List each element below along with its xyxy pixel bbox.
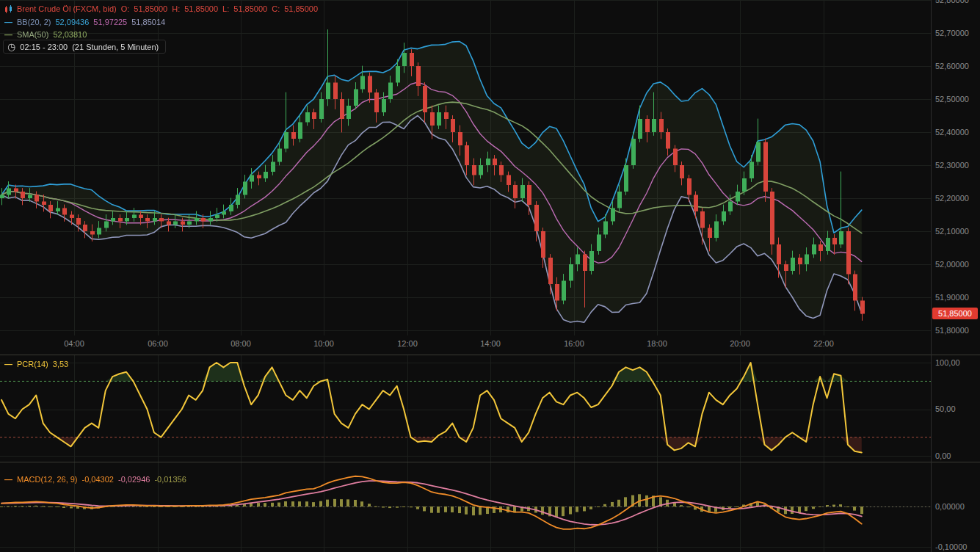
price-axis-label: 52,00000 [935,260,969,269]
pcr-legend[interactable]: — PCR(14) 3,53 [4,360,68,368]
price-axis-label: 52,70000 [935,29,969,37]
instrument-legend: Brent Crude Öl (FXCM, bid) O: 51,85000 H… [4,4,318,13]
time-axis-label: 20:00 [730,339,750,348]
time-axis-label: 10:00 [313,339,334,348]
pcr-axis-label: 0,00 [935,451,951,460]
pcr-axis-label: 100,00 [935,358,960,367]
bb-lower-value: 51,85014 [131,18,165,26]
time-axis-label: 16:00 [564,339,584,348]
price-axis-label: 51,90000 [935,293,969,302]
pcr-value: 3,53 [53,360,68,368]
open-value: 51,85000 [134,4,167,13]
candlestick-icon [4,5,12,13]
price-axis-label: 52,60000 [935,62,969,70]
low-value: 51,85000 [233,4,267,13]
macd-axis-label: -0,10000 [935,542,967,551]
indicator-line-icon: — [4,18,12,26]
time-axis-label: 12:00 [397,339,418,348]
time-axis-label: 06:00 [148,339,168,348]
high-label: H: [172,4,180,13]
price-axis-label: 52,20000 [935,194,969,203]
pane-separator[interactable] [0,462,980,462]
chart-window: Brent Crude Öl (FXCM, bid) O: 51,85000 H… [0,0,980,552]
axis-separator [931,0,932,552]
current-price-badge: 51,85000 [932,308,978,319]
price-axis-label: 51,80000 [935,326,969,335]
close-label: C: [272,4,280,13]
sma-value: 52,03810 [53,30,87,39]
macd-axis-label: 0,00000 [935,502,965,511]
high-value: 51,85000 [184,4,218,13]
bb-label: BB(20, 2) [17,18,51,26]
time-axis-label: 22:00 [813,339,834,348]
bb-middle-value: 51,97225 [93,18,127,26]
pcr-label: PCR(14) [17,360,48,368]
indicator-line-icon: — [4,30,12,39]
price-axis-label: 52,80000 [935,0,969,4]
bollinger-legend[interactable]: — BB(20, 2) 52,09436 51,97225 51,85014 [4,18,165,26]
macd-label: MACD(12, 26, 9) [17,475,78,484]
session-range: 02:15 - 23:00 [20,43,68,51]
indicator-line-icon: — [4,360,12,368]
pane-separator[interactable] [0,355,980,355]
time-axis-label: 14:00 [480,339,501,348]
macd-signal-value: -0,02946 [118,475,150,484]
session-badge: ◷ 02:15 - 23:00 (21 Stunden, 5 Minuten) [3,40,166,54]
price-axis-label: 52,10000 [935,227,969,236]
macd-histogram-value: -0,01356 [154,475,186,484]
macd-value: -0,04302 [82,475,114,484]
open-label: O: [121,4,130,13]
macd-legend[interactable]: — MACD(12, 26, 9) -0,04302 -0,02946 -0,0… [4,475,186,484]
price-axis-label: 52,30000 [935,161,969,170]
pcr-axis-label: 50,00 [935,404,956,413]
sma-label: SMA(50) [17,30,48,39]
pcr-chart-canvas[interactable] [0,355,931,462]
low-label: L: [222,4,229,13]
time-axis-label: 04:00 [64,339,84,348]
bb-upper-value: 52,09436 [55,18,89,26]
time-axis-label: 18:00 [647,339,667,348]
indicator-line-icon: — [4,475,12,484]
session-duration: (21 Stunden, 5 Minuten) [72,43,159,51]
price-axis-label: 52,50000 [935,95,969,104]
price-axis-label: 52,40000 [935,128,969,137]
sma-legend[interactable]: — SMA(50) 52,03810 [4,30,87,39]
close-value: 51,85000 [284,4,318,13]
clock-icon: ◷ [7,42,15,51]
time-axis-label: 08:00 [231,339,251,348]
instrument-name: Brent Crude Öl (FXCM, bid) [17,4,117,13]
